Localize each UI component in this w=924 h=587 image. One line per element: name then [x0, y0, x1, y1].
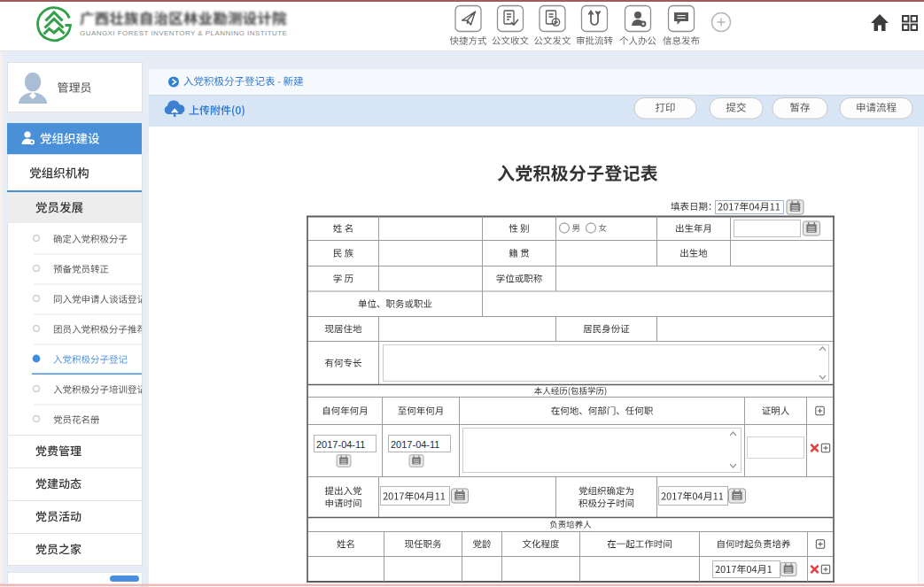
- svg-text:GUANGXI FOREST INVENTORY & PLA: GUANGXI FOREST INVENTORY & PLANNING INST…: [80, 29, 287, 37]
- svg-text:2017-04-11: 2017-04-11: [316, 439, 365, 450]
- svg-text:2017-04-11: 2017-04-11: [391, 439, 439, 450]
